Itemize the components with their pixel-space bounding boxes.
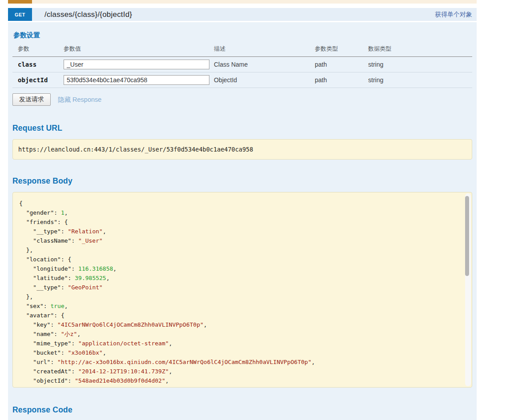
request-url-box: https://leancloud.cn:443/1/classes/_User… [12, 139, 472, 160]
endpoint-path[interactable]: /classes/{class}/{objectId} [44, 10, 132, 19]
scrollbar-track[interactable] [465, 193, 471, 386]
class-param-input[interactable] [64, 60, 209, 69]
col-header-value: 参数值 [58, 45, 209, 53]
col-header-param-type: 参数类型 [309, 45, 363, 53]
col-header-description: 描述 [209, 45, 309, 53]
endpoint-strip: /classes/{class}/{objectId} 获得单个对象 [32, 8, 477, 21]
send-request-button[interactable]: 发送请求 [12, 93, 51, 106]
endpoint-detail-panel: 参数设置 参数 参数值 描述 参数类型 数据类型 class Class Nam… [8, 22, 477, 420]
previous-endpoint-row-clipped[interactable] [8, 0, 477, 4]
request-url-title: Request URL [12, 124, 472, 133]
endpoint-header[interactable]: GET /classes/{class}/{objectId} 获得单个对象 [8, 8, 477, 21]
param-name-objectid: objectId [12, 76, 58, 84]
response-body-box: { "gender": 1, "friends": { "__type": "R… [12, 192, 472, 388]
params-table-header: 参数 参数值 描述 参数类型 数据类型 [12, 42, 472, 57]
param-name-class: class [12, 61, 58, 68]
param-data-type: string [363, 61, 472, 68]
response-body-code: { "gender": 1, "friends": { "__type": "R… [13, 192, 472, 385]
endpoint-summary-link[interactable]: 获得单个对象 [435, 11, 472, 19]
param-description: ObjectId [209, 76, 309, 84]
response-code-title: Response Code [12, 405, 472, 415]
hide-response-link[interactable]: 隐藏 Response [58, 96, 101, 104]
param-type: path [309, 61, 363, 68]
col-header-data-type: 数据类型 [363, 45, 472, 53]
params-section-title: 参数设置 [13, 31, 472, 40]
param-data-type: string [363, 76, 472, 84]
scrollbar-thumb[interactable] [465, 196, 469, 276]
table-row: class Class Name path string [12, 57, 472, 72]
param-type: path [309, 76, 363, 84]
get-method-badge: GET [8, 8, 32, 21]
params-table: 参数 参数值 描述 参数类型 数据类型 class Class Name pat… [12, 42, 472, 88]
request-actions: 发送请求 隐藏 Response [12, 93, 472, 106]
col-header-param: 参数 [12, 45, 58, 53]
previous-method-badge [8, 0, 32, 4]
api-doc-page: GET /classes/{class}/{objectId} 获得单个对象 参… [0, 0, 514, 420]
table-row: objectId ObjectId path string [12, 72, 472, 88]
objectid-param-input[interactable] [64, 75, 209, 85]
previous-endpoint-strip [32, 0, 477, 4]
response-body-title: Response Body [12, 176, 472, 186]
param-description: Class Name [209, 61, 309, 68]
